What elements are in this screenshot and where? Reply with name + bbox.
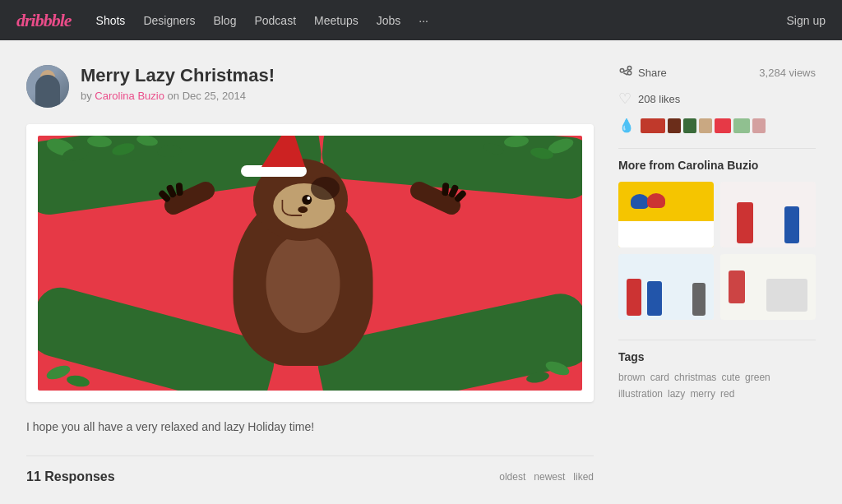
sort-liked[interactable]: liked [573,471,594,483]
eye-patch [311,177,340,200]
nav-podcast[interactable]: Podcast [254,14,296,27]
shot-title: Merry Lazy Christmas! [81,65,275,86]
share-label: Share [638,67,667,79]
shot-image-container [26,124,594,402]
more-grid [618,182,816,320]
logo[interactable]: dribbble [16,10,72,31]
sort-newest[interactable]: newest [534,471,565,483]
tags-title: Tags [618,350,816,363]
shot-image [38,136,582,391]
responses-sort: oldest newest liked [499,471,594,483]
claw-l3 [176,183,183,197]
hat-brim [241,165,307,177]
tag-brown[interactable]: brown [618,372,645,383]
navbar: dribbble Shots Designers Blog Podcast Me… [0,0,842,40]
more-from-section: More from Carolina Buzio [618,159,816,320]
tag-lazy[interactable]: lazy [668,388,685,400]
sloth-line-left [281,200,302,216]
more-thumb-4[interactable] [720,254,816,320]
swatch-1 [641,118,665,133]
swatch-7 [752,118,766,133]
likes-count: 208 likes [638,93,680,105]
tag-card[interactable]: card [650,372,669,383]
santa-hat [261,136,307,177]
sloth-belly [266,234,340,333]
share-button[interactable]: Share [618,65,667,80]
heart-icon[interactable]: ♡ [618,90,632,108]
color-palette: 💧 [618,118,816,133]
main-content: Merry Lazy Christmas! by Carolina Buzio … [10,40,832,504]
byline-suffix-on: on [168,90,179,102]
avatar-figure [35,75,60,108]
more-thumb-3[interactable] [618,254,714,320]
swatch-5 [715,118,731,133]
palette-icon: 💧 [618,118,635,133]
tags-section: Tags brown card christmas cute green ill… [618,350,816,400]
tag-illustration[interactable]: illustration [618,388,663,400]
shot-meta: Merry Lazy Christmas! by Carolina Buzio … [81,65,275,102]
avatar [26,65,69,108]
more-from-title: More from Carolina Buzio [618,159,816,172]
divider-2 [618,340,816,340]
share-row: Share 3,284 views [618,65,816,80]
tag-cute[interactable]: cute [721,372,740,383]
likes-row: ♡ 208 likes [618,90,816,108]
shot-date-val: Dec 25, 2014 [183,90,246,102]
swatch-2 [668,118,681,133]
shot-description: I hope you all have a very relaxed and l… [26,418,594,436]
sloth-eye [302,195,312,205]
hat-triangle [261,136,305,167]
more-thumb-2[interactable] [720,182,816,247]
nav-blog[interactable]: Blog [213,14,236,27]
tag-red[interactable]: red [720,388,734,400]
leaf-b2 [66,374,90,389]
shot-header: Merry Lazy Christmas! by Carolina Buzio … [26,65,594,108]
tag-merry[interactable]: merry [690,388,715,400]
more-thumb-1[interactable] [618,182,714,247]
nav-jobs[interactable]: Jobs [377,14,401,27]
swatch-4 [699,118,712,133]
swatch-6 [733,118,750,133]
sort-oldest[interactable]: oldest [499,471,525,483]
tags-list: brown card christmas cute green illustra… [618,372,816,400]
nav-meetups[interactable]: Meetups [314,14,359,27]
views-count: 3,284 views [759,67,816,79]
swatch-3 [683,118,696,133]
nav-links: Shots Designers Blog Podcast Meetups Job… [96,14,787,27]
sloth-head [253,159,348,241]
author-link[interactable]: Carolina Buzio [95,90,164,102]
signup-button[interactable]: Sign up [787,14,826,27]
share-icon [618,65,633,80]
sidebar: Share 3,284 views ♡ 208 likes 💧 More fro… [618,65,816,484]
nav-more[interactable]: ··· [419,14,428,27]
divider-1 [618,148,816,149]
shot-illustration [38,136,582,391]
tag-green[interactable]: green [745,372,770,383]
eye-shine [307,197,310,200]
nav-designers[interactable]: Designers [143,14,195,27]
responses-title: 11 Responses [26,469,115,484]
avatar-image [26,65,69,108]
tag-christmas[interactable]: christmas [674,372,716,383]
responses-header: 11 Responses oldest newest liked [26,455,594,484]
byline: by Carolina Buzio on Dec 25, 2014 [81,90,275,102]
nav-shots[interactable]: Shots [96,14,126,27]
byline-prefix: by [81,90,92,102]
shot-area: Merry Lazy Christmas! by Carolina Buzio … [26,65,594,484]
